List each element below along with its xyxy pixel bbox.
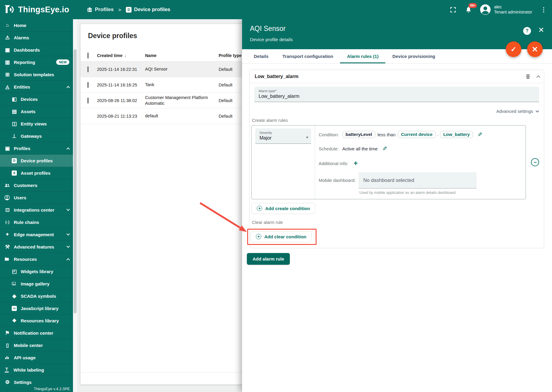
collapse-alarm-chevron-icon[interactable]: [536, 75, 540, 79]
table-row[interactable]: 2025-11-14 16:16:25 Tank Default: [80, 77, 255, 93]
column-header-name[interactable]: Name: [145, 53, 214, 58]
delete-alarm-icon[interactable]: [525, 74, 531, 80]
tab-transport-configuration[interactable]: Transport configuration: [275, 49, 340, 63]
clear-alarm-rule-label: Clear alarm rule: [252, 220, 539, 225]
sidebar-item-devices[interactable]: ◧Devices: [0, 93, 73, 105]
sidebar-scrollbar-thumb[interactable]: [74, 49, 77, 313]
table-row[interactable]: 2025-11-14 16:22:31 AQI Sensor Default: [80, 62, 255, 77]
profiles-icon: ▣: [4, 145, 11, 152]
sidebar-item-asset-profiles[interactable]: AAsset profiles: [0, 167, 73, 179]
discard-changes-fab[interactable]: ✕: [527, 41, 543, 57]
topbar-actions: 99+ alec Tenant administrator ⋮: [448, 4, 552, 15]
mobile-dashboard-select[interactable]: No dashboard selected: [359, 172, 477, 188]
sidebar-item-customers[interactable]: Customers: [0, 179, 73, 191]
advanced-settings-toggle[interactable]: Advanced settings: [251, 109, 538, 114]
fullscreen-button[interactable]: [448, 5, 457, 14]
table-row[interactable]: 2025-08-21 11:13:23 default Default: [80, 108, 255, 124]
breadcrumb-device-profiles[interactable]: D Device profiles: [126, 7, 170, 13]
dashboards-icon: ▦: [4, 47, 11, 53]
new-badge: NEW: [56, 59, 69, 65]
more-menu-icon[interactable]: ⋮: [541, 6, 547, 13]
sidebar-item-profiles[interactable]: ▣Profiles: [0, 142, 73, 155]
user-name: alec: [494, 5, 532, 10]
plus-circle-icon: +: [257, 206, 262, 211]
table-footer: [80, 372, 255, 384]
sidebar-item-integrations-center[interactable]: ⊡Integrations center: [0, 204, 73, 216]
row-checkbox[interactable]: [87, 82, 89, 88]
device-profile-badge-icon: D: [126, 7, 132, 13]
page-title: Device profiles: [80, 24, 255, 40]
sidebar-item-entities[interactable]: ◬Entities: [0, 81, 73, 93]
alarm-type-field[interactable]: Alarm type* Low_battery_alarm: [254, 87, 539, 102]
sidebar-item-api-usage[interactable]: API usage: [0, 351, 73, 364]
sidebar-item-edge-management[interactable]: ⌖Edge management: [0, 228, 73, 241]
devices-icon: ◧: [11, 96, 17, 102]
apply-changes-fab[interactable]: ✓: [506, 41, 521, 57]
edit-condition-icon[interactable]: ✎: [478, 131, 482, 138]
sidebar-item-solution-templates[interactable]: ⊞Solution templates: [0, 68, 73, 81]
expand-chevron-icon: [66, 244, 70, 248]
alarm-type-label: Alarm type*: [259, 89, 535, 93]
notification-center-icon: ⚑: [4, 330, 11, 336]
asset-profiles-icon: A: [12, 170, 17, 176]
white-labeling-icon: T: [4, 367, 10, 372]
tab-alarm-rules[interactable]: Alarm rules (1): [340, 49, 385, 63]
drawer-tabs: Details Transport configuration Alarm ru…: [242, 49, 552, 64]
assets-icon: ▤: [11, 108, 17, 115]
sidebar-item-users[interactable]: Users: [0, 191, 73, 204]
condition-device-chip: Current device: [398, 131, 436, 138]
add-alarm-rule-button[interactable]: Add alarm rule: [247, 253, 290, 265]
sidebar-item-resources-library[interactable]: ❖Resources library: [0, 315, 73, 327]
tab-device-provisioning[interactable]: Device provisioning: [385, 49, 442, 63]
sidebar-scrollbar[interactable]: [73, 19, 77, 392]
select-all-checkbox[interactable]: [87, 53, 89, 59]
gateways-icon: ⊥: [11, 133, 17, 139]
edit-schedule-icon[interactable]: ✎: [382, 145, 387, 152]
add-create-condition-button[interactable]: + Add create condition: [251, 203, 315, 214]
plus-circle-icon: +: [256, 234, 261, 239]
close-drawer-icon[interactable]: ✕: [538, 26, 544, 34]
breadcrumb-profiles[interactable]: Profiles: [87, 7, 114, 13]
sidebar-item-javascript-library[interactable]: JSJavaScript library: [0, 302, 73, 315]
sidebar-item-device-profiles[interactable]: DDevice profiles: [0, 155, 73, 167]
add-additional-info-icon[interactable]: +: [353, 160, 357, 167]
sidebar-item-reporting[interactable]: ▥ReportingNEW: [0, 56, 73, 68]
top-header-bar: ThingsEye.io Profiles > D Device profile…: [0, 0, 552, 19]
remove-condition-button[interactable]: −: [531, 158, 539, 166]
notifications-button[interactable]: 99+: [464, 5, 473, 14]
alarms-warning-icon: ⚠: [4, 35, 11, 41]
column-header-created-time[interactable]: Created time↓: [97, 53, 145, 58]
device-profiles-card: Device profiles Created time↓ Name Profi…: [80, 24, 255, 384]
column-header-profile-type[interactable]: Profile type: [214, 53, 241, 58]
sidebar-item-assets[interactable]: ▤Assets: [0, 105, 73, 118]
condition-key-chip: batteryLevel: [342, 131, 375, 138]
table-row[interactable]: 2025-08-26 11:38:02 Customer Management …: [80, 93, 255, 108]
help-button[interactable]: ?: [523, 27, 531, 35]
severity-select[interactable]: Severity Major ▾: [255, 128, 311, 144]
app-logo[interactable]: ThingsEye.io: [0, 4, 73, 15]
sidebar-item-scada-symbols[interactable]: ◈SCADA symbols: [0, 290, 73, 302]
drawer-title: AQI Sensor: [250, 25, 552, 33]
sidebar-item-image-gallery[interactable]: Image gallery: [0, 278, 73, 290]
tab-details[interactable]: Details: [247, 49, 275, 63]
notification-count-badge: 99+: [469, 3, 477, 8]
alarm-type-value: Low_battery_alarm: [259, 94, 535, 99]
sidebar-item-entity-views[interactable]: ◫Entity views: [0, 118, 73, 130]
sidebar-item-advanced-features[interactable]: ⚒Advanced features: [0, 241, 73, 253]
condition-value-chip: Low_battery: [440, 131, 473, 138]
user-menu[interactable]: alec Tenant administrator: [480, 4, 532, 15]
sidebar-item-notification-center[interactable]: ⚑Notification center: [0, 327, 73, 339]
sidebar-item-mobile-center[interactable]: ▯Mobile center: [0, 339, 73, 351]
sidebar-item-gateways[interactable]: ⊥Gateways: [0, 130, 73, 142]
severity-column: Severity Major ▾: [252, 125, 315, 199]
sidebar-item-widgets-library[interactable]: ◰Widgets library: [0, 265, 73, 278]
sidebar-item-dashboards[interactable]: ▦Dashboards: [0, 44, 73, 56]
sidebar-item-home[interactable]: ⌂Home: [0, 19, 73, 32]
add-clear-condition-button[interactable]: + Add clear condition: [250, 231, 312, 242]
sidebar-item-alarms[interactable]: ⚠Alarms: [0, 32, 73, 44]
sidebar-item-resources[interactable]: Resources: [0, 253, 73, 265]
sidebar-item-white-labeling[interactable]: TWhite labeling: [0, 364, 73, 376]
row-checkbox[interactable]: [87, 98, 89, 104]
row-checkbox[interactable]: [87, 66, 89, 72]
sidebar-item-rule-chains[interactable]: ⟨·⟩Rule chains: [0, 216, 73, 228]
